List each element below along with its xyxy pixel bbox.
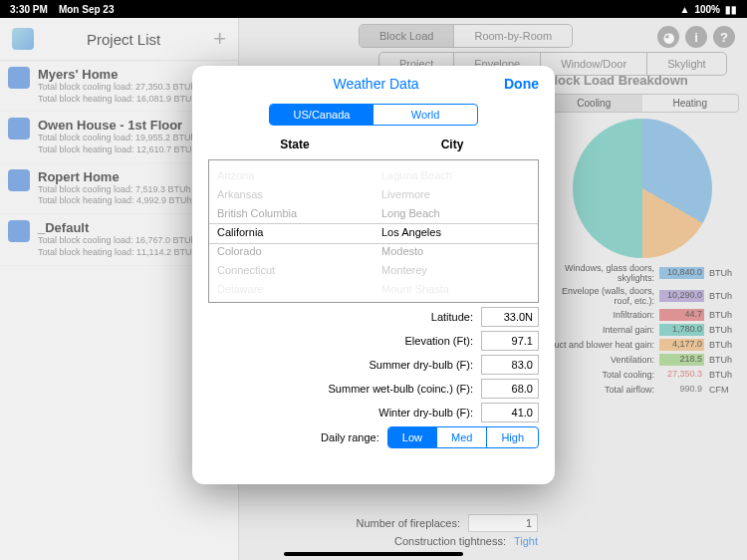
region-segment[interactable]: US/Canada World: [269, 104, 478, 126]
tightness-label: Construction tightness:: [394, 535, 506, 547]
tab-heating[interactable]: Heating: [642, 95, 739, 112]
home-icon: [8, 220, 30, 242]
project-cooling: Total block cooling load: 7,519.3 BTUh: [38, 184, 192, 196]
project-name: Myers' Home: [38, 67, 197, 82]
picker-item[interactable]: Arizona: [217, 169, 366, 181]
project-list-title: Project List: [87, 31, 160, 48]
region-us-canada[interactable]: US/Canada: [270, 105, 374, 125]
app-icon: [12, 28, 34, 50]
help-icon[interactable]: ?: [713, 26, 735, 48]
project-cooling: Total block cooling load: 16,767.0 BTUh: [38, 235, 197, 247]
add-project-icon[interactable]: +: [213, 26, 226, 52]
breakdown-title: Block Load Breakdown: [545, 73, 739, 88]
battery-pct: 100%: [694, 4, 720, 15]
picker-item[interactable]: Mount Shasta: [381, 283, 530, 295]
project-name: _Default: [38, 220, 197, 235]
picker-item[interactable]: Colorado: [217, 245, 366, 257]
tightness-value[interactable]: Tight: [514, 535, 538, 547]
weather-data-modal: Weather Data Done US/Canada World State …: [192, 66, 555, 484]
project-heating: Total block heating load: 11,114.2 BTUh: [38, 247, 197, 259]
tab-block-load[interactable]: Block Load: [360, 25, 454, 47]
state-picker[interactable]: ArizonaArkansasBritish ColumbiaCaliforni…: [209, 160, 374, 302]
fireplaces-input[interactable]: 1: [468, 514, 538, 532]
chart-icon[interactable]: ◕: [657, 26, 679, 48]
picker-item[interactable]: Livermore: [381, 188, 530, 200]
project-heating: Total block heating load: 16,081.9 BTUh: [38, 94, 197, 106]
breakdown-row: Ventilation:218.5BTUh: [545, 354, 739, 366]
tab-skylight[interactable]: Skylight: [647, 53, 726, 75]
picker-item[interactable]: Long Beach: [381, 207, 530, 219]
range-high[interactable]: High: [487, 427, 538, 447]
home-icon: [8, 169, 30, 191]
info-icon[interactable]: i: [685, 26, 707, 48]
range-med[interactable]: Med: [437, 427, 487, 447]
picker-item[interactable]: British Columbia: [217, 207, 366, 219]
breakdown-row: Total airflow:990.9CFM: [545, 384, 739, 396]
city-picker[interactable]: Laguna BeachLivermoreLong BeachLos Angel…: [374, 160, 538, 302]
range-low[interactable]: Low: [388, 427, 437, 447]
pie-chart: [573, 119, 712, 258]
modal-title: Weather Data: [248, 76, 504, 92]
summer-wet-label: Summer wet-bulb (coinc.) (F):: [329, 383, 473, 395]
picker-item[interactable]: Arkansas: [217, 188, 366, 200]
status-time: 3:30 PM: [10, 4, 48, 15]
done-button[interactable]: Done: [504, 76, 539, 92]
breakdown-row: Internal gain:1,780.0BTUh: [545, 324, 739, 336]
daily-range-segment[interactable]: Low Med High: [387, 426, 539, 448]
location-picker[interactable]: ArizonaArkansasBritish ColumbiaCaliforni…: [208, 159, 539, 303]
picker-item[interactable]: California: [217, 226, 366, 238]
project-cooling: Total block cooling load: 27,350.3 BTUh: [38, 82, 197, 94]
picker-item[interactable]: Modesto: [381, 245, 530, 257]
tab-window-door[interactable]: Window/Door: [541, 53, 647, 75]
picker-item[interactable]: Connecticut: [217, 264, 366, 276]
summer-dry-input[interactable]: 83.0: [481, 355, 539, 375]
daily-range-label: Daily range:: [321, 431, 379, 443]
cooling-heating-segment[interactable]: Cooling Heating: [545, 94, 739, 113]
fireplaces-label: Number of fireplaces:: [356, 517, 460, 529]
breakdown-row: Duct and blower heat gain:4,177.0BTUh: [545, 339, 739, 351]
tab-cooling[interactable]: Cooling: [546, 95, 642, 112]
project-name: Ropert Home: [38, 169, 192, 184]
latitude-label: Latitude:: [431, 311, 473, 323]
breakdown-row: Total cooling:27,350.3BTUh: [545, 369, 739, 381]
breakdown-row: Envelope (walls, doors, roof, etc.):10,2…: [545, 286, 739, 306]
home-indicator[interactable]: [284, 552, 463, 556]
breakdown-row: Windows, glass doors, skylights:10,840.0…: [545, 263, 739, 283]
winter-dry-input[interactable]: 41.0: [481, 403, 539, 422]
picker-item[interactable]: Laguna Beach: [381, 169, 530, 181]
project-cooling: Total block cooling load: 19,955.2 BTUh: [38, 133, 197, 144]
project-heating: Total block heating load: 12,610.7 BTUh: [38, 144, 197, 156]
status-date: Mon Sep 23: [59, 4, 115, 15]
winter-dry-label: Winter dry-bulb (F):: [378, 407, 473, 419]
top-segment-main[interactable]: Block Load Room-by-Room: [359, 24, 573, 48]
summer-dry-label: Summer dry-bulb (F):: [369, 359, 473, 371]
battery-icon: ▮▮: [725, 4, 737, 15]
elevation-label: Elevation (Ft):: [405, 335, 473, 347]
elevation-input[interactable]: 97.1: [481, 331, 539, 351]
project-heating: Total block heating load: 4,992.9 BTUh: [38, 195, 192, 207]
picker-item[interactable]: Delaware: [217, 283, 366, 295]
project-name: Owen House - 1st Floor: [38, 118, 197, 133]
home-icon: [8, 67, 30, 89]
status-bar: 3:30 PM Mon Sep 23 ▲ 100% ▮▮: [0, 0, 747, 18]
breakdown-row: Infiltration:44.7BTUh: [545, 309, 739, 321]
picker-item[interactable]: Los Angeles: [381, 226, 530, 238]
wifi-icon: ▲: [680, 4, 690, 15]
city-header: City: [374, 134, 531, 155]
picker-item[interactable]: Monterey: [381, 264, 530, 276]
region-world[interactable]: World: [374, 105, 477, 125]
home-icon: [8, 118, 30, 140]
latitude-input[interactable]: 33.0N: [481, 307, 539, 327]
tab-room-by-room[interactable]: Room-by-Room: [454, 25, 572, 47]
summer-wet-input[interactable]: 68.0: [481, 379, 539, 399]
state-header: State: [216, 134, 374, 155]
